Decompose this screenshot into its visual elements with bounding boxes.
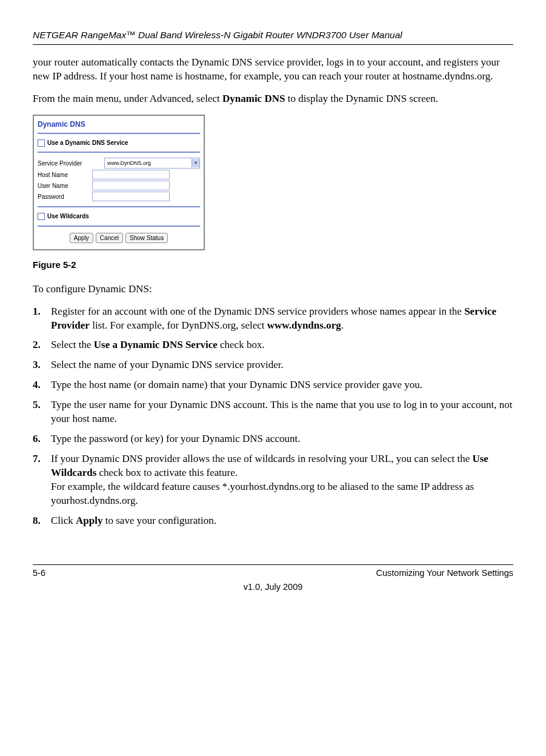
step-7: If your Dynamic DNS provider allows the … (33, 452, 513, 508)
footer-rule (33, 564, 513, 565)
use-wildcards-checkbox[interactable] (38, 213, 45, 220)
intro-paragraph-2: From the main menu, under Advanced, sele… (33, 92, 513, 106)
host-name-input[interactable] (92, 170, 170, 179)
intro-p2-bold: Dynamic DNS (222, 93, 285, 104)
step-8-c: to save your configuration. (103, 515, 216, 526)
step-2-c: check box. (218, 339, 265, 350)
step-2-b: Use a Dynamic DNS Service (94, 339, 218, 350)
step-2-a: Select the (51, 339, 94, 350)
footer-row: 5-6 Customizing Your Network Settings (33, 567, 513, 580)
step-5: Type the user name for your Dynamic DNS … (33, 398, 513, 426)
intro-paragraph-1: your router automatically contacts the D… (33, 56, 513, 84)
step-6: Type the password (or key) for your Dyna… (33, 432, 513, 446)
step-1-a: Register for an account with one of the … (51, 306, 464, 317)
user-name-label: User Name (38, 182, 92, 190)
footer-version: v1.0, July 2009 (33, 581, 513, 594)
service-provider-select[interactable]: www.DynDNS.org ▾ (104, 158, 200, 169)
use-service-label: Use a Dynamic DNS Service (47, 139, 128, 147)
step-1-c: list. For example, for DynDNS.org, selec… (90, 319, 267, 331)
step-3: Select the name of your Dynamic DNS serv… (33, 358, 513, 372)
use-service-checkbox[interactable] (38, 139, 45, 147)
password-row: Password (38, 192, 200, 201)
show-status-button[interactable]: Show Status (125, 233, 168, 244)
footer-section: Customizing Your Network Settings (376, 567, 513, 580)
dynamic-dns-screenshot: Dynamic DNS Use a Dynamic DNS Service Se… (33, 115, 205, 251)
step-7-c: check box to activate this feature. (96, 467, 238, 478)
figure-caption: Figure 5-2 (33, 259, 513, 271)
use-service-row: Use a Dynamic DNS Service (38, 139, 200, 147)
step-8-a: Click (51, 515, 76, 526)
step-8-b: Apply (76, 515, 102, 526)
step-1: Register for an account with one of the … (33, 305, 513, 333)
panel-separator-2 (38, 206, 200, 207)
service-provider-value: www.DynDNS.org (107, 159, 151, 167)
cancel-button[interactable]: Cancel (96, 233, 123, 244)
step-1-e: . (341, 319, 344, 331)
panel-separator-3 (38, 226, 200, 227)
host-name-row: Host Name (38, 170, 200, 179)
use-wildcards-label: Use Wildcards (47, 212, 89, 221)
header-rule (33, 44, 513, 45)
panel-separator-1 (38, 152, 200, 153)
use-wildcards-row: Use Wildcards (38, 212, 200, 221)
configure-heading: To configure Dynamic DNS: (33, 283, 513, 296)
host-name-label: Host Name (38, 171, 92, 179)
user-name-row: User Name (38, 181, 200, 190)
page-header-title: NETGEAR RangeMax™ Dual Band Wireless-N G… (33, 29, 513, 42)
service-provider-row: Service Provider www.DynDNS.org ▾ (38, 158, 200, 169)
step-4: Type the host name (or domain name) that… (33, 378, 513, 392)
step-7-d: For example, the wildcard feature causes… (51, 481, 474, 506)
chevron-down-icon: ▾ (191, 159, 199, 167)
button-row: Apply Cancel Show Status (38, 233, 200, 244)
panel-title: Dynamic DNS (38, 119, 200, 129)
footer-page-number: 5-6 (33, 567, 45, 580)
step-7-a: If your Dynamic DNS provider allows the … (51, 453, 472, 464)
password-input[interactable] (92, 192, 170, 201)
step-1-d: www.dyndns.org (267, 319, 341, 331)
password-label: Password (38, 193, 92, 201)
step-8: Click Apply to save your configuration. (33, 514, 513, 528)
step-2: Select the Use a Dynamic DNS Service che… (33, 338, 513, 352)
user-name-input[interactable] (92, 181, 170, 190)
intro-p2-after: to display the Dynamic DNS screen. (285, 93, 438, 104)
panel-separator-top (38, 133, 200, 134)
intro-p2-before: From the main menu, under Advanced, sele… (33, 93, 222, 104)
steps-list: Register for an account with one of the … (33, 305, 513, 528)
apply-button[interactable]: Apply (70, 233, 93, 244)
service-provider-label: Service Provider (38, 159, 92, 168)
